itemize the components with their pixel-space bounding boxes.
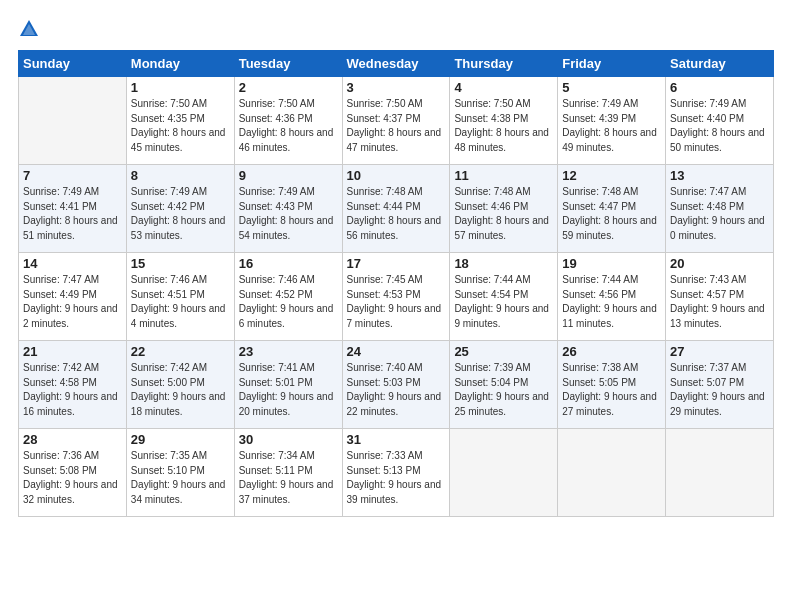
calendar-page: SundayMondayTuesdayWednesdayThursdayFrid… bbox=[0, 0, 792, 612]
day-number: 31 bbox=[347, 432, 446, 447]
day-number: 14 bbox=[23, 256, 122, 271]
calendar-cell: 25Sunrise: 7:39 AM Sunset: 5:04 PM Dayli… bbox=[450, 341, 558, 429]
day-detail: Sunrise: 7:43 AM Sunset: 4:57 PM Dayligh… bbox=[670, 273, 769, 331]
day-number: 29 bbox=[131, 432, 230, 447]
week-row-1: 1Sunrise: 7:50 AM Sunset: 4:35 PM Daylig… bbox=[19, 77, 774, 165]
day-detail: Sunrise: 7:44 AM Sunset: 4:56 PM Dayligh… bbox=[562, 273, 661, 331]
day-number: 27 bbox=[670, 344, 769, 359]
day-detail: Sunrise: 7:46 AM Sunset: 4:52 PM Dayligh… bbox=[239, 273, 338, 331]
calendar-cell bbox=[558, 429, 666, 517]
day-detail: Sunrise: 7:34 AM Sunset: 5:11 PM Dayligh… bbox=[239, 449, 338, 507]
day-number: 11 bbox=[454, 168, 553, 183]
day-number: 6 bbox=[670, 80, 769, 95]
day-detail: Sunrise: 7:40 AM Sunset: 5:03 PM Dayligh… bbox=[347, 361, 446, 419]
calendar-cell: 5Sunrise: 7:49 AM Sunset: 4:39 PM Daylig… bbox=[558, 77, 666, 165]
calendar-cell: 11Sunrise: 7:48 AM Sunset: 4:46 PM Dayli… bbox=[450, 165, 558, 253]
day-detail: Sunrise: 7:42 AM Sunset: 4:58 PM Dayligh… bbox=[23, 361, 122, 419]
calendar-cell bbox=[19, 77, 127, 165]
day-number: 20 bbox=[670, 256, 769, 271]
calendar-cell bbox=[450, 429, 558, 517]
calendar-cell: 19Sunrise: 7:44 AM Sunset: 4:56 PM Dayli… bbox=[558, 253, 666, 341]
day-number: 2 bbox=[239, 80, 338, 95]
calendar-cell: 27Sunrise: 7:37 AM Sunset: 5:07 PM Dayli… bbox=[666, 341, 774, 429]
day-number: 4 bbox=[454, 80, 553, 95]
day-number: 21 bbox=[23, 344, 122, 359]
calendar-cell: 22Sunrise: 7:42 AM Sunset: 5:00 PM Dayli… bbox=[126, 341, 234, 429]
day-number: 30 bbox=[239, 432, 338, 447]
weekday-header-friday: Friday bbox=[558, 51, 666, 77]
calendar-cell: 6Sunrise: 7:49 AM Sunset: 4:40 PM Daylig… bbox=[666, 77, 774, 165]
calendar-cell: 12Sunrise: 7:48 AM Sunset: 4:47 PM Dayli… bbox=[558, 165, 666, 253]
day-detail: Sunrise: 7:47 AM Sunset: 4:49 PM Dayligh… bbox=[23, 273, 122, 331]
week-row-5: 28Sunrise: 7:36 AM Sunset: 5:08 PM Dayli… bbox=[19, 429, 774, 517]
calendar-cell: 4Sunrise: 7:50 AM Sunset: 4:38 PM Daylig… bbox=[450, 77, 558, 165]
calendar-cell: 21Sunrise: 7:42 AM Sunset: 4:58 PM Dayli… bbox=[19, 341, 127, 429]
calendar-cell: 20Sunrise: 7:43 AM Sunset: 4:57 PM Dayli… bbox=[666, 253, 774, 341]
day-detail: Sunrise: 7:45 AM Sunset: 4:53 PM Dayligh… bbox=[347, 273, 446, 331]
day-detail: Sunrise: 7:49 AM Sunset: 4:40 PM Dayligh… bbox=[670, 97, 769, 155]
day-number: 13 bbox=[670, 168, 769, 183]
calendar-cell: 30Sunrise: 7:34 AM Sunset: 5:11 PM Dayli… bbox=[234, 429, 342, 517]
calendar-cell: 17Sunrise: 7:45 AM Sunset: 4:53 PM Dayli… bbox=[342, 253, 450, 341]
day-number: 17 bbox=[347, 256, 446, 271]
day-detail: Sunrise: 7:50 AM Sunset: 4:37 PM Dayligh… bbox=[347, 97, 446, 155]
calendar-cell: 8Sunrise: 7:49 AM Sunset: 4:42 PM Daylig… bbox=[126, 165, 234, 253]
week-row-2: 7Sunrise: 7:49 AM Sunset: 4:41 PM Daylig… bbox=[19, 165, 774, 253]
calendar-cell: 7Sunrise: 7:49 AM Sunset: 4:41 PM Daylig… bbox=[19, 165, 127, 253]
calendar-cell: 1Sunrise: 7:50 AM Sunset: 4:35 PM Daylig… bbox=[126, 77, 234, 165]
calendar-cell: 31Sunrise: 7:33 AM Sunset: 5:13 PM Dayli… bbox=[342, 429, 450, 517]
day-number: 5 bbox=[562, 80, 661, 95]
weekday-header-monday: Monday bbox=[126, 51, 234, 77]
calendar-cell: 16Sunrise: 7:46 AM Sunset: 4:52 PM Dayli… bbox=[234, 253, 342, 341]
calendar-cell: 28Sunrise: 7:36 AM Sunset: 5:08 PM Dayli… bbox=[19, 429, 127, 517]
day-number: 16 bbox=[239, 256, 338, 271]
day-number: 28 bbox=[23, 432, 122, 447]
weekday-header-saturday: Saturday bbox=[666, 51, 774, 77]
day-number: 10 bbox=[347, 168, 446, 183]
day-number: 19 bbox=[562, 256, 661, 271]
calendar-cell: 26Sunrise: 7:38 AM Sunset: 5:05 PM Dayli… bbox=[558, 341, 666, 429]
calendar-cell: 13Sunrise: 7:47 AM Sunset: 4:48 PM Dayli… bbox=[666, 165, 774, 253]
day-detail: Sunrise: 7:38 AM Sunset: 5:05 PM Dayligh… bbox=[562, 361, 661, 419]
calendar-cell: 3Sunrise: 7:50 AM Sunset: 4:37 PM Daylig… bbox=[342, 77, 450, 165]
day-detail: Sunrise: 7:50 AM Sunset: 4:35 PM Dayligh… bbox=[131, 97, 230, 155]
calendar-cell: 29Sunrise: 7:35 AM Sunset: 5:10 PM Dayli… bbox=[126, 429, 234, 517]
day-number: 12 bbox=[562, 168, 661, 183]
weekday-header-sunday: Sunday bbox=[19, 51, 127, 77]
day-detail: Sunrise: 7:44 AM Sunset: 4:54 PM Dayligh… bbox=[454, 273, 553, 331]
day-number: 23 bbox=[239, 344, 338, 359]
calendar-cell: 14Sunrise: 7:47 AM Sunset: 4:49 PM Dayli… bbox=[19, 253, 127, 341]
week-row-4: 21Sunrise: 7:42 AM Sunset: 4:58 PM Dayli… bbox=[19, 341, 774, 429]
day-number: 9 bbox=[239, 168, 338, 183]
day-detail: Sunrise: 7:49 AM Sunset: 4:43 PM Dayligh… bbox=[239, 185, 338, 243]
day-number: 25 bbox=[454, 344, 553, 359]
day-number: 18 bbox=[454, 256, 553, 271]
calendar-cell: 2Sunrise: 7:50 AM Sunset: 4:36 PM Daylig… bbox=[234, 77, 342, 165]
weekday-header-row: SundayMondayTuesdayWednesdayThursdayFrid… bbox=[19, 51, 774, 77]
day-detail: Sunrise: 7:48 AM Sunset: 4:47 PM Dayligh… bbox=[562, 185, 661, 243]
day-detail: Sunrise: 7:42 AM Sunset: 5:00 PM Dayligh… bbox=[131, 361, 230, 419]
calendar-cell: 15Sunrise: 7:46 AM Sunset: 4:51 PM Dayli… bbox=[126, 253, 234, 341]
day-detail: Sunrise: 7:50 AM Sunset: 4:36 PM Dayligh… bbox=[239, 97, 338, 155]
day-number: 7 bbox=[23, 168, 122, 183]
day-number: 24 bbox=[347, 344, 446, 359]
day-number: 22 bbox=[131, 344, 230, 359]
day-detail: Sunrise: 7:37 AM Sunset: 5:07 PM Dayligh… bbox=[670, 361, 769, 419]
day-detail: Sunrise: 7:48 AM Sunset: 4:46 PM Dayligh… bbox=[454, 185, 553, 243]
calendar-cell: 23Sunrise: 7:41 AM Sunset: 5:01 PM Dayli… bbox=[234, 341, 342, 429]
week-row-3: 14Sunrise: 7:47 AM Sunset: 4:49 PM Dayli… bbox=[19, 253, 774, 341]
day-detail: Sunrise: 7:36 AM Sunset: 5:08 PM Dayligh… bbox=[23, 449, 122, 507]
day-number: 3 bbox=[347, 80, 446, 95]
day-detail: Sunrise: 7:46 AM Sunset: 4:51 PM Dayligh… bbox=[131, 273, 230, 331]
weekday-header-thursday: Thursday bbox=[450, 51, 558, 77]
day-detail: Sunrise: 7:41 AM Sunset: 5:01 PM Dayligh… bbox=[239, 361, 338, 419]
day-detail: Sunrise: 7:33 AM Sunset: 5:13 PM Dayligh… bbox=[347, 449, 446, 507]
day-detail: Sunrise: 7:39 AM Sunset: 5:04 PM Dayligh… bbox=[454, 361, 553, 419]
day-detail: Sunrise: 7:49 AM Sunset: 4:41 PM Dayligh… bbox=[23, 185, 122, 243]
day-number: 26 bbox=[562, 344, 661, 359]
day-detail: Sunrise: 7:49 AM Sunset: 4:42 PM Dayligh… bbox=[131, 185, 230, 243]
header bbox=[18, 18, 774, 40]
logo-icon bbox=[18, 18, 40, 40]
day-number: 8 bbox=[131, 168, 230, 183]
day-detail: Sunrise: 7:49 AM Sunset: 4:39 PM Dayligh… bbox=[562, 97, 661, 155]
